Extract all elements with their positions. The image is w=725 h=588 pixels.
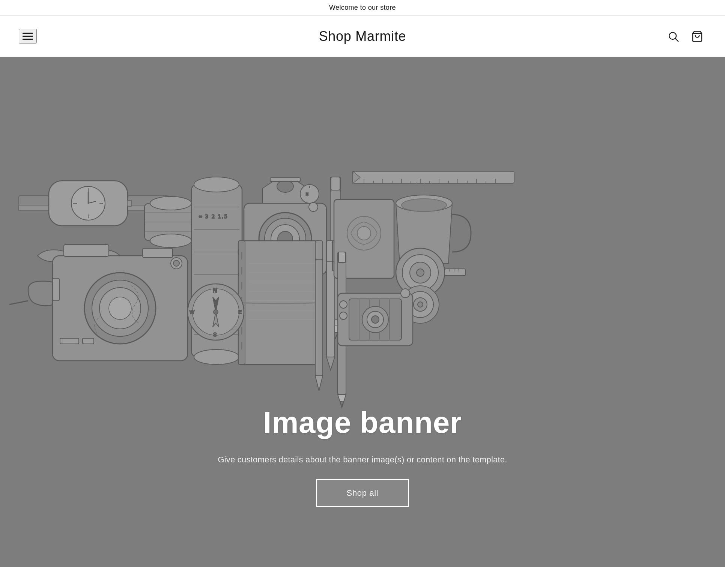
hero-subtitle: Give customers details about the banner … [218,453,507,466]
menu-button[interactable] [19,29,37,44]
menu-line-1 [23,33,33,34]
site-header: Shop Marmite [0,16,725,57]
site-logo[interactable]: Shop Marmite [319,28,406,44]
hero-banner: ∞ 3 2 1.5 M [0,57,725,567]
menu-line-3 [23,39,33,40]
hero-content: Image banner Give customers details abou… [218,405,507,507]
search-icon [667,30,679,42]
shop-all-button[interactable]: Shop all [316,479,409,507]
cart-button[interactable] [688,27,706,45]
header-left [19,29,37,44]
announcement-text: Welcome to our store [329,4,396,11]
cart-icon [691,30,703,42]
svg-line-1 [675,39,678,41]
search-button[interactable] [664,27,682,45]
menu-line-2 [23,36,33,37]
hero-title: Image banner [263,405,462,440]
header-right [664,27,706,45]
announcement-bar: Welcome to our store [0,0,725,16]
